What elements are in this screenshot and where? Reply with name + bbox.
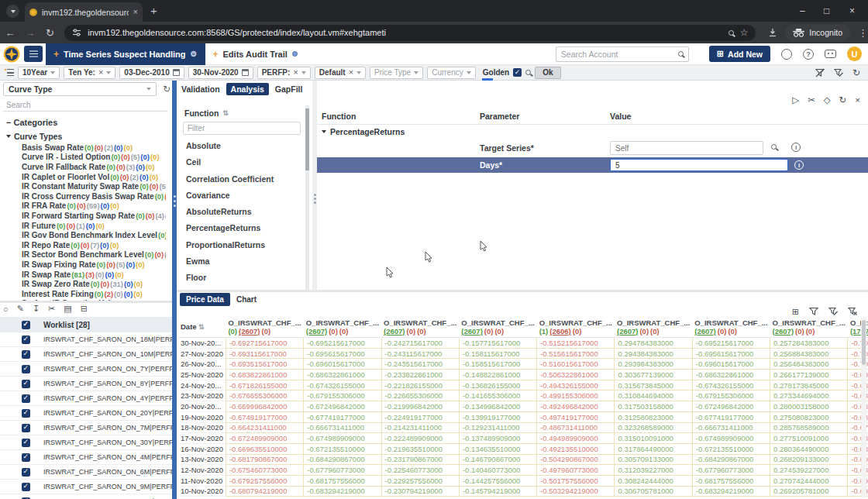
curve-type-item[interactable]: Curve IR Fallback Rate(0)(0)(3)(0)(0): [22, 162, 166, 172]
window-maximize-button[interactable]: □: [824, 5, 829, 16]
clear-icon[interactable]: ×: [293, 68, 298, 77]
price-cell[interactable]: -0.679155306000: [692, 391, 770, 401]
price-cell[interactable]: -0.515615617000: [537, 348, 615, 359]
tenor-type-select[interactable]: Ten Ye:×: [64, 67, 115, 79]
count-link[interactable]: (2607): [461, 327, 482, 336]
feedback-icon[interactable]: [781, 49, 792, 60]
curve-type-item[interactable]: IR Swap Zero Rate(0)(0)(31)(0)(0): [22, 279, 166, 289]
worklist-item[interactable]: IRSWRAT_CHF_SARON_ON_20Y|PERFPRCPT01|...: [0, 406, 172, 421]
function-item[interactable]: PercentageReturns: [186, 223, 301, 239]
series-column-header[interactable]: O_IRSWRAT_CHF_...(2607)(0)(0): [381, 318, 459, 338]
assistant-icon[interactable]: [825, 50, 836, 58]
worklist-item[interactable]: IRSWRAT_CHF_SARON_ON_6M|PERFPRCPT01|MI..…: [0, 465, 172, 480]
start-date-picker[interactable]: 03-Dec-2010: [119, 67, 184, 79]
price-cell[interactable]: -0.695215617000: [692, 338, 770, 349]
select-all-checkbox[interactable]: [22, 321, 30, 329]
search-icon[interactable]: [728, 30, 734, 36]
price-cell[interactable]: -0.157715617000: [459, 338, 536, 349]
worklist-item[interactable]: IRSWRAT_CHF_SARON_ON_4M|PERFPRCPT01|MI..…: [0, 450, 172, 465]
date-cell[interactable]: 16-Nov-2020: [178, 443, 226, 454]
price-cell[interactable]: -0.680794219000: [226, 486, 303, 497]
price-cell[interactable]: -0.515215617000: [537, 338, 615, 349]
curve-types-group[interactable]: Curve Types: [6, 132, 62, 141]
date-cell[interactable]: 12-Nov-2020: [178, 465, 226, 476]
price-cell[interactable]: -0.672489909000: [226, 433, 303, 444]
item-checkbox[interactable]: [22, 350, 30, 359]
price-cell[interactable]: -0.679257556000: [226, 475, 303, 486]
item-checkbox[interactable]: [22, 424, 30, 432]
price-cell[interactable]: -0.686322861000: [304, 370, 381, 380]
function-row[interactable]: PercentageReturns: [322, 127, 405, 136]
price-cell[interactable]: -0.681790867000: [226, 454, 303, 465]
price-cell[interactable]: -0.504290867000: [537, 454, 615, 465]
price-cell[interactable]: -0.136826155000: [459, 380, 536, 391]
tab-search-chevron[interactable]: [6, 5, 19, 18]
price-cell[interactable]: 0.278173845000: [770, 380, 848, 391]
date-cell[interactable]: 18-Nov-2020: [178, 422, 226, 433]
price-cell[interactable]: -0.677960773000: [692, 465, 770, 476]
sort-icon[interactable]: ⇅: [197, 323, 205, 331]
date-cell[interactable]: 24-Nov-20...: [178, 380, 226, 391]
account-search[interactable]: [556, 46, 689, 62]
item-checkbox[interactable]: [22, 468, 30, 477]
price-cell[interactable]: 0.256884383000: [770, 348, 848, 359]
price-cell[interactable]: 0.273344694000: [770, 391, 848, 401]
tab-validation[interactable]: Validation: [181, 84, 220, 94]
worklist-header-row[interactable]: Worklist [28]: [0, 317, 172, 332]
price-cell[interactable]: 0.277510091000: [770, 433, 848, 444]
price-cell[interactable]: -0.677419177000: [692, 411, 770, 422]
price-cell[interactable]: 0.270742444000: [770, 475, 848, 486]
worklist-item[interactable]: IRSWRAT_CHF_SARON_ON_7M|PERFPRCPT01|MI..…: [0, 421, 172, 435]
worklist-item[interactable]: IRSWRAT_CHF_SARON_ON_9M|PERFPRCPT01|MI..…: [0, 480, 172, 494]
price-cell[interactable]: -0.675460773000: [226, 465, 303, 476]
tab-chart[interactable]: Chart: [236, 295, 257, 304]
help-icon[interactable]: ?: [803, 49, 814, 60]
new-tab-button[interactable]: +: [150, 4, 157, 17]
account-search-input[interactable]: [561, 50, 673, 59]
date-cell[interactable]: 19-Nov-2020: [178, 411, 226, 422]
price-source-select[interactable]: PERFP:×: [257, 67, 311, 79]
price-cell[interactable]: 0.293984383000: [615, 359, 692, 370]
price-cell[interactable]: 0.256484383000: [770, 359, 848, 370]
price-cell[interactable]: 0.303677139000: [615, 370, 692, 380]
curve-type-item[interactable]: Curve IR - Listed Option(0)(0)(5)(0)(0): [22, 153, 166, 163]
price-cell[interactable]: 0.266177139000: [770, 370, 848, 380]
filter-icon[interactable]: [809, 307, 818, 316]
price-cell[interactable]: 0.294784383000: [615, 338, 692, 349]
reload-icon[interactable]: ↻: [40, 27, 60, 39]
function-item[interactable]: Covariance: [186, 191, 301, 207]
price-cell[interactable]: -0.229257556000: [381, 475, 459, 486]
item-checkbox[interactable]: [22, 380, 30, 388]
run-icon[interactable]: ▷: [792, 95, 799, 105]
tab-edits-audit-trail[interactable]: + Edits Audit Trail: [205, 43, 305, 65]
price-cell[interactable]: -0.696015617000: [692, 359, 770, 370]
price-cell[interactable]: -0.486731411000: [537, 422, 615, 433]
price-cell[interactable]: -0.158115617000: [459, 348, 536, 359]
tenor-select[interactable]: 10Year: [18, 67, 60, 79]
bookmark-star-icon[interactable]: ☆: [740, 27, 749, 38]
curve-type-item[interactable]: Interest Rate Fixing(0)(2)(0)(0)(0): [22, 289, 166, 299]
function-filter-input[interactable]: [183, 122, 301, 135]
price-cell[interactable]: -0.140460773000: [459, 465, 536, 476]
date-cell[interactable]: 13-Nov-2020: [178, 454, 226, 465]
forward-icon[interactable]: →: [20, 27, 40, 39]
price-cell[interactable]: 0.312580823000: [615, 411, 692, 422]
function-column-header[interactable]: Function⇅: [184, 108, 229, 118]
price-cell[interactable]: -0.492496842000: [537, 401, 615, 412]
price-cell[interactable]: 0.315010091000: [615, 433, 692, 444]
refresh-icon[interactable]: ↻: [163, 84, 170, 95]
tab-close-icon[interactable]: ×: [133, 8, 138, 16]
price-cell[interactable]: -0.494326155000: [537, 380, 615, 391]
price-cell[interactable]: -0.134635510000: [459, 443, 536, 454]
price-cell[interactable]: 0.312039227000: [615, 465, 692, 476]
curve-type-item[interactable]: IR Forward Starting Swap Rate(0)(0)(4)(0…: [22, 211, 166, 221]
filter-disabled-icon[interactable]: [815, 68, 825, 77]
price-cell[interactable]: -0.219996842000: [381, 401, 459, 412]
price-cell[interactable]: -0.224919177000: [381, 411, 459, 422]
price-cell[interactable]: -0.664231411000: [226, 422, 303, 433]
price-cell[interactable]: -0.221826155000: [381, 380, 459, 391]
price-cell[interactable]: -0.674326155000: [692, 380, 770, 391]
date-cell[interactable]: 25-Nov-2020: [178, 370, 226, 380]
price-cell[interactable]: -0.674326155000: [304, 380, 381, 391]
zoom-search-icon[interactable]: [525, 70, 531, 75]
